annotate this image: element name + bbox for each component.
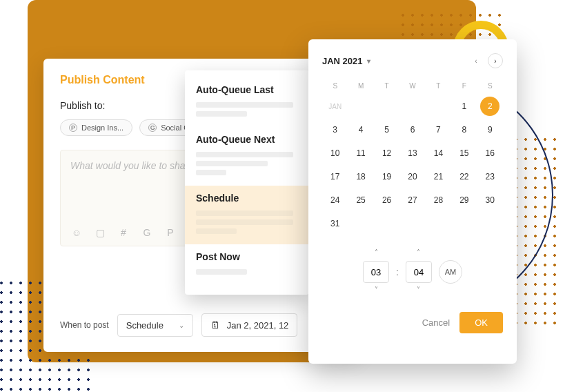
minute-value[interactable]: 04 [406,261,432,283]
calendar-day[interactable]: 29 [455,190,474,210]
calendar-day[interactable]: 26 [377,190,397,210]
image-icon[interactable]: ▢ [94,226,106,239]
calendar-day[interactable]: 11 [351,144,370,163]
calendar-day[interactable]: 22 [455,167,474,186]
calendar-day[interactable]: 28 [428,190,448,210]
calendar-panel: JAN 2021 ▾ ‹ › SMTWTFSJAN123456789101112… [308,39,517,364]
when-select[interactable]: Schedule ⌄ [117,314,193,337]
calendar-day[interactable]: 8 [455,120,474,139]
calendar-day[interactable]: 1 [455,97,474,116]
calendar-day[interactable]: 21 [428,167,448,186]
calendar-dow: S [322,78,348,94]
calendar-day[interactable]: 27 [403,190,422,210]
when-select-value: Schedule [126,320,164,331]
calendar-month-select[interactable]: JAN 2021 ▾ [322,56,370,66]
compose-toolbar: ☺ ▢ # G P ◔ [70,226,200,239]
calendar-dow: W [399,78,425,94]
date-picker-input[interactable]: 🗓 Jan 2, 2021, 12 [201,313,298,337]
calendar-day[interactable]: 30 [480,190,499,210]
pinterest-tool-icon[interactable]: P [164,226,177,239]
when-dropdown: Auto-Queue Last Auto-Queue Next Schedule… [185,70,309,295]
calendar-day[interactable]: 17 [326,167,345,186]
calendar-day[interactable]: 4 [351,120,370,139]
calendar-dow: S [477,78,503,94]
calendar-dow: T [426,78,451,94]
google-icon: G [148,124,157,132]
calendar-day[interactable]: 19 [377,167,397,186]
calendar-day[interactable]: 9 [480,120,499,139]
calendar-month-prefix: JAN [326,97,345,116]
caret-down-icon: ▾ [367,57,370,65]
calendar-day[interactable]: 7 [428,120,448,139]
time-colon: : [396,266,399,277]
google-tool-icon[interactable]: G [141,226,153,239]
calendar-day[interactable]: 25 [351,190,370,210]
when-label: When to post [60,320,109,330]
calendar-grid: SMTWTFSJAN123456789101112131415161718192… [322,78,503,235]
ok-button[interactable]: OK [459,312,503,333]
date-value: Jan 2, 2021, 12 [227,320,289,331]
calendar-day[interactable]: 20 [403,167,422,186]
cancel-button[interactable]: Cancel [422,317,450,328]
calendar-day[interactable]: 18 [351,167,370,186]
calendar-day[interactable]: 15 [455,144,474,163]
calendar-dow: M [348,78,373,94]
dropdown-item-post-now[interactable]: Post Now [185,244,309,265]
chip-label: Design Ins... [81,124,123,132]
calendar-dow: F [451,78,477,94]
calendar-day[interactable]: 16 [480,144,499,163]
minute-up-button[interactable]: ˄ [417,248,420,258]
calendar-day[interactable]: 3 [326,120,345,139]
calendar-day[interactable]: 23 [480,167,499,186]
calendar-day[interactable]: 31 [326,214,345,233]
dropdown-item-auto-queue-last[interactable]: Auto-Queue Last [185,77,309,98]
calendar-day[interactable]: 6 [403,120,422,139]
minute-down-button[interactable]: ˅ [417,286,420,295]
calendar-day[interactable]: 24 [326,190,345,210]
hashtag-icon[interactable]: # [117,226,130,239]
channel-chip-pinterest[interactable]: P Design Ins... [60,119,132,136]
hour-spinner: ˄ 03 ˅ [363,248,389,295]
hour-up-button[interactable]: ˄ [375,248,378,258]
dropdown-item-auto-queue-next[interactable]: Auto-Queue Next [185,127,309,148]
calendar-day[interactable]: 5 [377,120,397,139]
pinterest-icon: P [69,124,77,132]
calendar-day[interactable]: 12 [377,144,397,163]
calendar-prev-button[interactable]: ‹ [468,53,484,68]
calendar-day[interactable]: 13 [403,144,422,163]
when-to-post-row: When to post Schedule ⌄ 🗓 Jan 2, 2021, 1… [60,313,341,337]
hour-down-button[interactable]: ˅ [375,286,378,295]
calendar-day[interactable]: 14 [428,144,448,163]
dropdown-item-schedule[interactable]: Schedule [185,186,309,206]
calendar-icon: 🗓 [210,320,220,331]
calendar-day[interactable]: 10 [326,144,345,163]
time-picker: ˄ 03 ˅ : ˄ 04 ˅ AM [322,248,503,295]
calendar-dow: T [374,78,399,94]
chevron-down-icon: ⌄ [179,322,184,329]
hour-value[interactable]: 03 [363,261,389,283]
emoji-icon[interactable]: ☺ [70,226,83,239]
minute-spinner: ˄ 04 ˅ [406,248,432,295]
calendar-month-label: JAN 2021 [322,56,363,66]
ampm-toggle[interactable]: AM [439,260,462,284]
calendar-next-button[interactable]: › [488,53,503,68]
calendar-day[interactable]: 2 [480,97,499,116]
